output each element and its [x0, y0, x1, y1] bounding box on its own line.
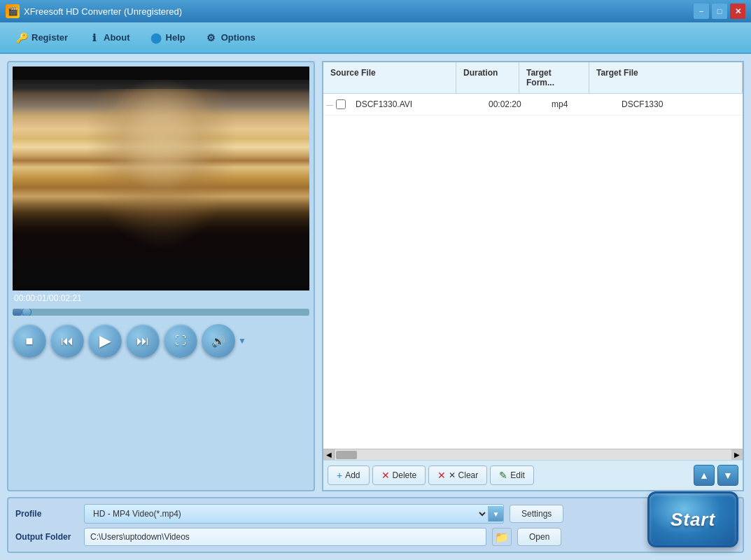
- file-cell-source: DSCF1330.AVI: [349, 97, 482, 112]
- delete-label: Delete: [393, 470, 417, 480]
- scroll-thumb[interactable]: [336, 451, 357, 459]
- file-table-header: Source File Duration Target Form... Targ…: [323, 62, 743, 94]
- scroll-right-button[interactable]: ▶: [731, 449, 743, 461]
- window-title: XFreesoft HD Converter (Unregistered): [24, 6, 182, 17]
- prev-button[interactable]: ⏮: [50, 324, 84, 358]
- file-cell-duration: 00:02:20: [482, 97, 545, 112]
- file-table-body: — DSCF1330.AVI 00:02:20 mp4 DSCF1330: [323, 94, 743, 449]
- delete-icon: ✕: [381, 470, 390, 481]
- clear-icon: ✕: [437, 470, 446, 481]
- delete-button[interactable]: ✕ Delete: [372, 465, 426, 485]
- play-button[interactable]: ▶: [88, 324, 122, 358]
- file-panel: Source File Duration Target Form... Targ…: [322, 61, 744, 491]
- column-header-source: Source File: [323, 62, 456, 93]
- folder-icon: 📁: [495, 531, 509, 544]
- scroll-left-button[interactable]: ◀: [323, 449, 335, 461]
- add-label: Add: [345, 470, 360, 480]
- help-icon: ⬤: [150, 31, 162, 44]
- menu-item-help[interactable]: ⬤ Help: [141, 27, 194, 48]
- player-controls: ■ ⏮ ▶ ⏭ ⛶ 🔊: [13, 324, 309, 358]
- bottom-bar: Profile HD - MP4 Video(*.mp4) ▼ Settings…: [7, 497, 744, 553]
- start-button-wrapper: Start: [647, 491, 738, 547]
- profile-select-wrapper: HD - MP4 Video(*.mp4) ▼: [84, 504, 504, 524]
- menu-label-help: Help: [166, 32, 185, 43]
- output-label: Output Folder: [15, 532, 78, 542]
- profile-select[interactable]: HD - MP4 Video(*.mp4): [85, 505, 488, 523]
- add-icon: +: [337, 470, 342, 481]
- profile-row: Profile HD - MP4 Video(*.mp4) ▼ Settings: [15, 504, 736, 524]
- arrow-buttons: ▲ ▼: [694, 465, 738, 486]
- fullscreen-button[interactable]: ⛶: [164, 324, 197, 358]
- next-icon: ⏭: [136, 334, 149, 349]
- menu-item-register[interactable]: 🔑 Register: [7, 27, 76, 48]
- video-progress-bar[interactable]: [13, 309, 309, 316]
- volume-dropdown-button[interactable]: ▼: [238, 336, 246, 346]
- prev-icon: ⏮: [61, 334, 73, 349]
- table-row[interactable]: — DSCF1330.AVI 00:02:20 mp4 DSCF1330: [323, 94, 743, 115]
- stop-icon: ■: [26, 334, 34, 349]
- fullscreen-icon: ⛶: [175, 335, 186, 347]
- video-progress-thumb[interactable]: [22, 309, 31, 316]
- file-actions: + Add ✕ Delete ✕ ✕ Clear ✎ Edit: [323, 460, 743, 490]
- clear-button[interactable]: ✕ ✕ Clear: [428, 465, 487, 485]
- volume-area: 🔊 ▼: [202, 324, 246, 358]
- menu-item-options[interactable]: ⚙ Options: [197, 27, 264, 48]
- volume-button[interactable]: 🔊: [202, 324, 235, 358]
- menu-item-about[interactable]: ℹ About: [79, 27, 139, 48]
- edit-label: Edit: [510, 470, 525, 480]
- app-logo: 🎬: [6, 4, 20, 18]
- volume-icon: 🔊: [211, 335, 225, 348]
- video-preview: [13, 66, 309, 290]
- start-button[interactable]: Start: [647, 491, 738, 547]
- minimize-button[interactable]: −: [694, 4, 709, 19]
- profile-dropdown-icon[interactable]: ▼: [488, 506, 503, 522]
- column-header-format: Target Form...: [519, 62, 589, 93]
- menu-label-register: Register: [31, 32, 68, 43]
- column-header-duration: Duration: [456, 62, 519, 93]
- open-button[interactable]: Open: [517, 528, 561, 546]
- settings-button[interactable]: Settings: [510, 505, 563, 523]
- edit-icon: ✎: [499, 470, 507, 481]
- output-row: Output Folder 📁 Open: [15, 528, 736, 546]
- info-icon: ℹ: [87, 31, 100, 44]
- video-display[interactable]: [13, 66, 309, 290]
- video-time-display: 00:00:01/00:02:21: [13, 290, 309, 306]
- key-icon: 🔑: [15, 31, 28, 44]
- gear-icon: ⚙: [205, 31, 218, 44]
- close-button[interactable]: ✕: [730, 4, 745, 19]
- move-up-button[interactable]: ▲: [694, 465, 715, 486]
- profile-label: Profile: [15, 509, 78, 519]
- edit-button[interactable]: ✎ Edit: [490, 465, 534, 485]
- maximize-button[interactable]: □: [712, 4, 727, 19]
- menu-label-options: Options: [221, 32, 255, 43]
- title-bar: 🎬 XFreesoft HD Converter (Unregistered) …: [0, 0, 751, 22]
- file-cell-target: DSCF1330: [615, 97, 743, 112]
- file-cell-format: mp4: [545, 97, 615, 112]
- row-checkbox[interactable]: [336, 99, 346, 109]
- column-header-target: Target File: [589, 62, 743, 93]
- video-panel: 00:00:01/00:02:21 ■ ⏮ ▶: [7, 61, 315, 491]
- video-progress-fill: [13, 309, 22, 316]
- clear-label: ✕ Clear: [449, 470, 478, 480]
- play-icon: ▶: [99, 332, 111, 350]
- output-folder-input[interactable]: [84, 528, 486, 546]
- menu-label-about: About: [104, 32, 130, 43]
- next-button[interactable]: ⏭: [126, 324, 160, 358]
- browse-folder-button[interactable]: 📁: [492, 528, 512, 546]
- row-indicator: —: [323, 101, 333, 108]
- menu-bar: 🔑 Register ℹ About ⬤ Help ⚙ Options: [0, 22, 751, 54]
- move-down-button[interactable]: ▼: [717, 465, 738, 486]
- stop-button[interactable]: ■: [13, 324, 46, 358]
- add-button[interactable]: + Add: [328, 465, 370, 485]
- horizontal-scrollbar[interactable]: ◀ ▶: [323, 449, 743, 460]
